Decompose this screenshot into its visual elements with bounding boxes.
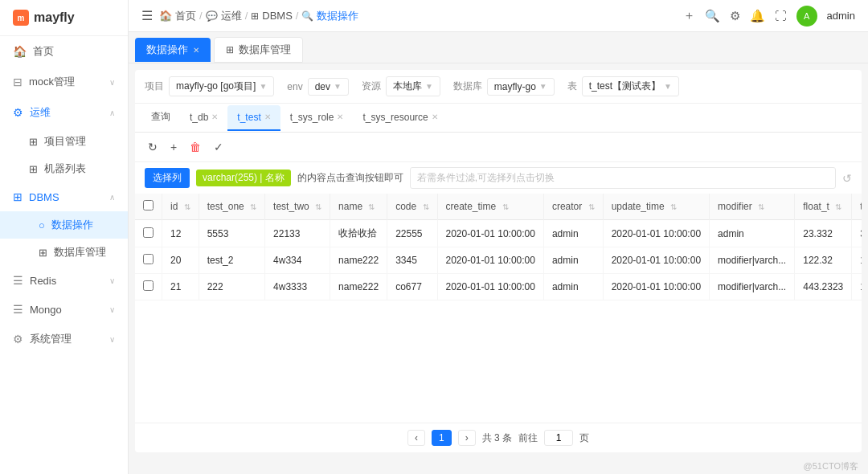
sidebar-item-dbms[interactable]: ⊞ DBMS ∧ bbox=[0, 182, 128, 211]
cell-modifier[interactable]: modifier|varch... bbox=[710, 247, 795, 274]
t-db-tab[interactable]: t_db ✕ bbox=[180, 105, 227, 131]
row-checkbox-1[interactable] bbox=[143, 254, 154, 264]
refresh-button[interactable]: ↻ bbox=[145, 139, 161, 155]
cell-test_two[interactable]: 4w334 bbox=[265, 247, 330, 274]
cell-id[interactable]: 21 bbox=[162, 274, 199, 300]
env-select[interactable]: dev ▼ bbox=[308, 78, 349, 96]
confirm-button[interactable]: ✓ bbox=[211, 139, 227, 155]
page-input[interactable] bbox=[544, 430, 573, 446]
t-test-tab[interactable]: t_test ✕ bbox=[227, 105, 280, 131]
row-checkbox-0[interactable] bbox=[143, 227, 154, 238]
sidebar-item-home[interactable]: 🏠 首页 bbox=[0, 36, 128, 67]
t-test-close-icon[interactable]: ✕ bbox=[264, 112, 271, 121]
cell-test_one[interactable]: 222 bbox=[199, 274, 264, 300]
tab-data-ops[interactable]: 数据操作 ✕ bbox=[135, 38, 211, 62]
page-1-button[interactable]: 1 bbox=[432, 430, 452, 446]
prev-page-button[interactable]: ‹ bbox=[407, 430, 425, 446]
cell-test_one[interactable]: 5553 bbox=[199, 220, 264, 247]
bell-icon[interactable]: 🔔 bbox=[750, 9, 765, 23]
header-checkbox[interactable] bbox=[135, 194, 162, 220]
sort-name-icon[interactable]: ⇅ bbox=[368, 202, 375, 211]
sidebar-item-sys-mgmt[interactable]: ⚙ 系统管理 ∨ bbox=[0, 324, 128, 354]
cell-name[interactable]: name222 bbox=[330, 247, 387, 274]
sidebar-item-ops[interactable]: ⚙ 运维 ∧ bbox=[0, 97, 128, 128]
cell-checkbox[interactable] bbox=[135, 247, 162, 274]
cell-creator[interactable]: admin bbox=[543, 274, 603, 300]
cell-update_time[interactable]: 2020-01-01 10:00:00 bbox=[603, 274, 709, 300]
breadcrumb-dbms[interactable]: DBMS bbox=[262, 10, 293, 22]
breadcrumb-data-ops[interactable]: 数据操作 bbox=[317, 9, 358, 23]
tab-data-ops-close[interactable]: ✕ bbox=[193, 46, 199, 55]
cell-code[interactable]: co677 bbox=[387, 274, 437, 300]
cell-code[interactable]: 3345 bbox=[387, 247, 437, 274]
sidebar-item-redis[interactable]: ☰ Redis ∨ bbox=[0, 266, 128, 295]
delete-button[interactable]: 🗑 bbox=[186, 139, 204, 155]
expand-icon[interactable]: ⛶ bbox=[775, 9, 787, 22]
cell-test_one[interactable]: test_2 bbox=[199, 247, 264, 274]
cell-name[interactable]: name222 bbox=[330, 274, 387, 300]
cell-code[interactable]: 22555 bbox=[387, 220, 437, 247]
cell-checkbox[interactable] bbox=[135, 274, 162, 300]
sort-test-two-icon[interactable]: ⇅ bbox=[315, 202, 321, 211]
sidebar-item-mongo[interactable]: ☰ Mongo ∨ bbox=[0, 295, 128, 324]
add-button[interactable]: + bbox=[167, 139, 180, 155]
cell-type[interactable]: 33 bbox=[852, 220, 862, 247]
cell-float_t[interactable]: 23.332 bbox=[795, 220, 852, 247]
query-tab[interactable]: 查询 bbox=[141, 104, 180, 132]
cell-checkbox[interactable] bbox=[135, 220, 162, 247]
db-select[interactable]: mayfly-go ▼ bbox=[487, 78, 555, 96]
gear-icon[interactable]: ⚙ bbox=[730, 9, 740, 23]
sort-creator-icon[interactable]: ⇅ bbox=[588, 202, 595, 211]
cell-type[interactable]: 125 bbox=[852, 274, 862, 300]
sort-code-icon[interactable]: ⇅ bbox=[423, 202, 429, 211]
cell-creator[interactable]: admin bbox=[543, 247, 603, 274]
project-select[interactable]: mayfly-go [go项目] ▼ bbox=[169, 76, 274, 96]
breadcrumb-ops[interactable]: 运维 bbox=[221, 9, 242, 23]
resource-select[interactable]: 本地库 ▼ bbox=[386, 76, 440, 96]
cell-creator[interactable]: admin bbox=[543, 220, 603, 247]
cell-test_two[interactable]: 22133 bbox=[265, 220, 330, 247]
cell-float_t[interactable]: 122.32 bbox=[795, 247, 852, 274]
search-refresh-icon[interactable]: ↺ bbox=[842, 172, 852, 185]
table-select[interactable]: t_test【测试表】 ▼ bbox=[582, 76, 679, 96]
t-sys-resource-tab[interactable]: t_sys_resource ✕ bbox=[353, 105, 447, 131]
sidebar-item-machine-list[interactable]: ⊞ 机器列表 bbox=[0, 155, 128, 182]
sort-update-time-icon[interactable]: ⇅ bbox=[670, 202, 677, 211]
cell-modifier[interactable]: admin bbox=[710, 220, 795, 247]
cell-modifier[interactable]: modifier|varch... bbox=[710, 274, 795, 300]
sidebar-item-mock[interactable]: ⊟ mock管理 ∨ bbox=[0, 67, 128, 97]
sort-modifier-icon[interactable]: ⇅ bbox=[758, 202, 764, 211]
plus-icon[interactable]: ＋ bbox=[683, 8, 695, 23]
cell-create_time[interactable]: 2020-01-01 10:00:00 bbox=[437, 274, 543, 300]
sidebar-item-proj-mgmt[interactable]: ⊞ 项目管理 bbox=[0, 128, 128, 155]
cell-update_time[interactable]: 2020-01-01 10:00:00 bbox=[603, 220, 709, 247]
cell-type[interactable]: 123 bbox=[852, 247, 862, 274]
tab-db-mgmt[interactable]: ⊞ 数据库管理 bbox=[214, 37, 303, 63]
sort-create-time-icon[interactable]: ⇅ bbox=[502, 202, 509, 211]
t-sys-resource-close-icon[interactable]: ✕ bbox=[432, 112, 438, 121]
t-sys-role-tab[interactable]: t_sys_role ✕ bbox=[280, 105, 354, 131]
sidebar-item-data-ops[interactable]: ○ 数据操作 bbox=[0, 211, 128, 239]
filter-input[interactable]: 若需条件过滤,可选择列点击切换 bbox=[410, 167, 836, 189]
hamburger-icon[interactable]: ☰ bbox=[141, 8, 153, 23]
sort-test-one-icon[interactable]: ⇅ bbox=[250, 202, 256, 211]
cell-name[interactable]: 收拾收拾 bbox=[330, 220, 387, 247]
sidebar-item-db-mgmt[interactable]: ⊞ 数据库管理 bbox=[0, 239, 128, 266]
search-icon[interactable]: 🔍 bbox=[705, 9, 720, 23]
sort-id-icon[interactable]: ⇅ bbox=[184, 202, 190, 211]
table-row[interactable]: 12555322133收拾收拾225552020-01-01 10:00:00a… bbox=[135, 220, 862, 247]
t-db-close-icon[interactable]: ✕ bbox=[211, 112, 218, 121]
next-page-button[interactable]: › bbox=[458, 430, 476, 446]
table-row[interactable]: 20test_24w334name22233452020-01-01 10:00… bbox=[135, 247, 862, 274]
select-all-checkbox[interactable] bbox=[143, 200, 154, 210]
cell-update_time[interactable]: 2020-01-01 10:00:00 bbox=[603, 247, 709, 274]
select-col-button[interactable]: 选择列 bbox=[145, 168, 190, 188]
table-row[interactable]: 212224w3333name222co6772020-01-01 10:00:… bbox=[135, 274, 862, 300]
row-checkbox-2[interactable] bbox=[143, 280, 154, 291]
breadcrumb-home[interactable]: 首页 bbox=[175, 9, 196, 23]
cell-test_two[interactable]: 4w3333 bbox=[265, 274, 330, 300]
cell-create_time[interactable]: 2020-01-01 10:00:00 bbox=[437, 247, 543, 274]
cell-id[interactable]: 12 bbox=[162, 220, 199, 247]
cell-id[interactable]: 20 bbox=[162, 247, 199, 274]
t-sys-role-close-icon[interactable]: ✕ bbox=[337, 112, 343, 121]
